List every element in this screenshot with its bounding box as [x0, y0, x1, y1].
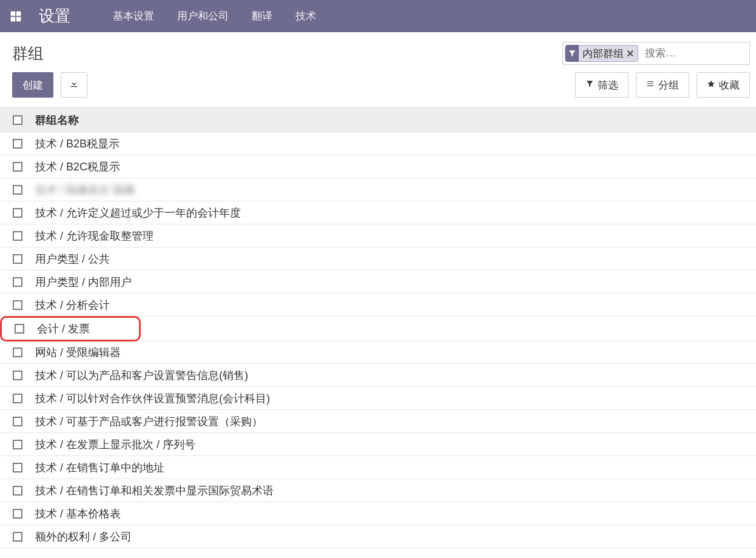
row-name[interactable]: 技术 / B2B税显示: [35, 136, 120, 151]
row-checkbox[interactable]: [13, 185, 22, 195]
table-row[interactable]: 额外的权利 / 多公司: [0, 525, 756, 548]
row-checkbox[interactable]: [13, 231, 22, 241]
select-all-checkbox[interactable]: [13, 115, 22, 125]
table-row[interactable]: 技术 / B2C税显示: [0, 155, 756, 178]
apps-icon[interactable]: [10, 10, 22, 22]
table-body: 技术 / B2B税显示技术 / B2C税显示技术 / 隐藏条目 隐藏技术 / 允…: [0, 132, 756, 548]
list-icon: [646, 79, 655, 91]
table-row[interactable]: 技术 / 在销售订单和相关发票中显示国际贸易术语: [0, 479, 756, 502]
row-checkbox[interactable]: [15, 324, 24, 334]
table-row[interactable]: 技术 / 分析会计: [0, 294, 756, 317]
row-name[interactable]: 技术 / 在销售订单中的地址: [35, 460, 164, 475]
row-name[interactable]: 技术 / 分析会计: [35, 298, 110, 312]
row-checkbox[interactable]: [13, 208, 22, 218]
row-name[interactable]: 额外的权利 / 多公司: [35, 529, 132, 544]
group-button[interactable]: 分组: [636, 72, 689, 98]
download-icon: [69, 79, 79, 92]
row-checkbox[interactable]: [13, 371, 22, 380]
filter-button[interactable]: 筛选: [575, 72, 629, 98]
create-button[interactable]: 创建: [12, 72, 53, 98]
row-checkbox[interactable]: [13, 509, 22, 519]
row-checkbox[interactable]: [13, 348, 22, 357]
svg-rect-1: [16, 11, 21, 16]
table-row[interactable]: 技术 / 可以为产品和客户设置警告信息(销售): [0, 364, 756, 387]
svg-rect-2: [11, 16, 16, 21]
filter-button-label: 筛选: [598, 78, 618, 92]
row-checkbox[interactable]: [13, 463, 22, 472]
searchbar: 内部群组 ✕: [562, 42, 750, 65]
table-row[interactable]: 会计 / 发票: [0, 316, 141, 341]
row-name[interactable]: 技术 / 允许定义超过或少于一年的会计年度: [35, 206, 241, 220]
table-row[interactable]: 技术 / 可以针对合作伙伴设置预警消息(会计科目): [0, 387, 756, 410]
row-checkbox[interactable]: [13, 532, 22, 542]
table-row[interactable]: 技术 / 基本价格表: [0, 502, 756, 525]
nav-item-users-companies[interactable]: 用户和公司: [177, 9, 229, 23]
nav-item-basic-settings[interactable]: 基本设置: [113, 9, 154, 23]
row-name[interactable]: 技术 / 可基于产品或客户进行报警设置（采购）: [35, 414, 263, 429]
column-header-name[interactable]: 群组名称: [35, 113, 79, 127]
svg-rect-3: [16, 16, 21, 21]
favorite-button-label: 收藏: [719, 78, 740, 92]
row-name[interactable]: 技术 / 隐藏条目 隐藏: [35, 183, 135, 197]
table: 群组名称 技术 / B2B税显示技术 / B2C税显示技术 / 隐藏条目 隐藏技…: [0, 107, 756, 548]
row-name[interactable]: 技术 / 在发票上显示批次 / 序列号: [35, 437, 195, 452]
row-name[interactable]: 技术 / 可以为产品和客户设置警告信息(销售): [35, 368, 248, 383]
favorite-button[interactable]: 收藏: [697, 72, 750, 98]
row-name[interactable]: 技术 / 可以针对合作伙伴设置预警消息(会计科目): [35, 391, 270, 406]
table-row[interactable]: 技术 / B2B税显示: [0, 132, 756, 155]
topbar: 设置 基本设置 用户和公司 翻译 技术: [0, 0, 756, 32]
row-name[interactable]: 技术 / 基本价格表: [35, 506, 121, 521]
filter-chip-label: 内部群组: [582, 47, 624, 61]
table-row[interactable]: 用户类型 / 内部用户: [0, 271, 756, 294]
table-row[interactable]: 技术 / 在发票上显示批次 / 序列号: [0, 433, 756, 456]
row-checkbox[interactable]: [13, 486, 22, 496]
actionbar: 创建 筛选 分组 收藏: [0, 69, 756, 107]
search-input[interactable]: [640, 45, 749, 62]
table-row[interactable]: 技术 / 允许现金取整管理: [0, 224, 756, 247]
row-name[interactable]: 技术 / 允许现金取整管理: [35, 229, 154, 243]
row-checkbox[interactable]: [13, 277, 22, 287]
row-checkbox[interactable]: [13, 394, 22, 403]
table-row[interactable]: 用户类型 / 公共: [0, 247, 756, 271]
table-row[interactable]: 技术 / 允许定义超过或少于一年的会计年度: [0, 201, 756, 224]
nav-item-technical[interactable]: 技术: [295, 9, 316, 23]
filter-chip-internal-groups[interactable]: 内部群组 ✕: [565, 45, 638, 62]
row-checkbox[interactable]: [13, 440, 22, 449]
table-row[interactable]: 网站 / 受限编辑器: [0, 341, 756, 364]
table-row[interactable]: 技术 / 隐藏条目 隐藏: [0, 178, 756, 201]
star-icon: [707, 79, 715, 91]
row-name[interactable]: 用户类型 / 内部用户: [35, 275, 132, 289]
row-checkbox[interactable]: [13, 162, 22, 172]
row-name[interactable]: 网站 / 受限编辑器: [35, 345, 121, 360]
download-button[interactable]: [61, 72, 87, 98]
row-name[interactable]: 会计 / 发票: [37, 321, 90, 336]
app-title: 设置: [39, 5, 70, 27]
row-name[interactable]: 技术 / B2C税显示: [35, 160, 120, 174]
svg-rect-0: [11, 11, 16, 16]
row-name[interactable]: 技术 / 在销售订单和相关发票中显示国际贸易术语: [35, 483, 274, 498]
subheader: 群组 内部群组 ✕: [0, 32, 756, 69]
row-checkbox[interactable]: [13, 139, 22, 149]
group-button-label: 分组: [658, 78, 679, 92]
table-row[interactable]: 技术 / 在销售订单中的地址: [0, 456, 756, 479]
close-icon[interactable]: ✕: [626, 48, 634, 59]
nav-item-translations[interactable]: 翻译: [252, 9, 272, 23]
filter-icon: [586, 79, 594, 91]
row-name[interactable]: 用户类型 / 公共: [35, 252, 110, 266]
row-checkbox[interactable]: [13, 417, 22, 426]
table-header: 群组名称: [0, 108, 756, 132]
page-title: 群组: [12, 43, 44, 64]
row-checkbox[interactable]: [13, 254, 22, 264]
filter-icon: [565, 45, 579, 62]
table-row[interactable]: 技术 / 可基于产品或客户进行报警设置（采购）: [0, 410, 756, 433]
row-checkbox[interactable]: [13, 300, 22, 310]
